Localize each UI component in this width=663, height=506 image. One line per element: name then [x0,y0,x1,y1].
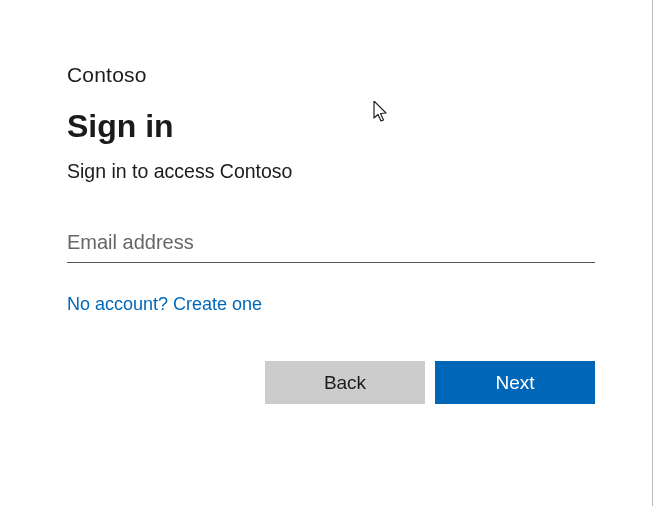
page-subtitle: Sign in to access Contoso [67,160,595,183]
next-button[interactable]: Next [435,361,595,404]
signin-card: Contoso Sign in Sign in to access Contos… [0,0,663,452]
button-row: Back Next [67,361,595,404]
brand-name: Contoso [67,63,595,87]
back-button[interactable]: Back [265,361,425,404]
page-title: Sign in [67,108,595,145]
create-account-link[interactable]: No account? Create one [67,294,262,315]
email-field[interactable] [67,225,595,263]
dialog-border [652,0,653,506]
